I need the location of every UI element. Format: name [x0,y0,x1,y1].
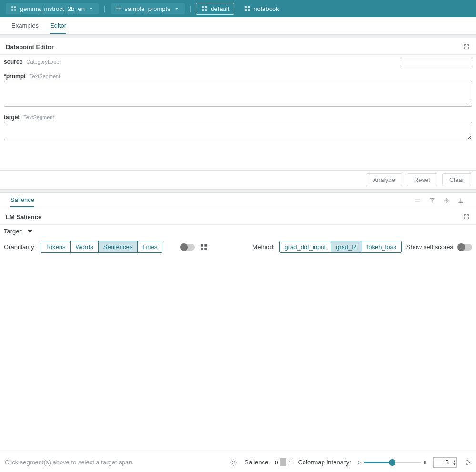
tab-examples[interactable]: Examples [11,18,39,33]
scale-max: 1 [288,460,291,465]
svg-rect-5 [248,6,250,8]
svg-rect-4 [245,6,247,8]
field-prompt: *prompt TextSegment [4,73,472,108]
refresh-icon[interactable] [464,459,471,466]
density-icon[interactable] [167,243,176,251]
method-label: Method: [252,243,274,251]
granularity-words[interactable]: Words [71,241,98,252]
salience-window-controls [414,197,465,204]
slider-min: 0 [358,460,361,465]
panel-title: Datapoint Editor [6,43,54,50]
svg-point-12 [231,460,236,465]
granularity-label: Granularity: [4,243,36,251]
clear-button[interactable]: Clear [442,173,471,186]
colormap-value-input-wrap: ▲▼ [433,457,457,468]
field-type-prompt: TextSegment [30,73,60,79]
svg-rect-6 [245,9,247,11]
granularity-group: Tokens Words Sentences Lines [41,241,162,253]
list-icon [115,5,122,12]
method-group: grad_dot_input grad_l2 token_loss [279,241,401,253]
salience-controls: Granularity: Tokens Words Sentences Line… [0,238,476,256]
target-textarea[interactable] [4,122,472,140]
chevron-down-icon [28,230,32,233]
separator: | [104,5,106,12]
divider [0,189,476,193]
svg-rect-9 [205,244,207,247]
svg-point-13 [232,461,233,462]
svg-point-15 [232,463,233,464]
footer-hint: Click segment(s) above to select a targe… [5,459,134,466]
field-label-target: target [4,114,20,121]
layout-notebook-button[interactable]: notebook [239,3,284,14]
grid-icon [201,5,208,12]
svg-rect-8 [201,244,203,247]
svg-rect-3 [205,9,207,11]
fullscreen-icon[interactable] [463,213,470,221]
tab-editor[interactable]: Editor [50,18,66,34]
salience-footer: Click segment(s) above to select a targe… [0,452,476,472]
field-source: source CategoryLabel [4,58,472,67]
colormap-label: Colormap intensity: [298,459,351,466]
field-type-target: TextSegment [23,114,54,120]
align-bottom-icon[interactable] [457,197,465,204]
layout-default-label: default [211,5,229,12]
salience-scale-label: Salience [244,459,268,466]
method-grad-l2[interactable]: grad_l2 [331,241,362,252]
salience-canvas [0,256,476,427]
layout-notebook-label: notebook [253,5,279,12]
align-middle-icon[interactable] [443,197,450,204]
granularity-lines[interactable]: Lines [138,241,162,252]
datapoint-editor-header: Datapoint Editor [0,38,476,55]
field-type-source: CategoryLabel [26,59,61,65]
self-scores-toggle[interactable] [458,244,472,251]
method-token-loss[interactable]: token_loss [362,241,401,252]
svg-rect-1 [205,6,207,8]
target-label: Target: [4,228,23,235]
layout-default-button[interactable]: default [196,3,234,15]
grid-view-icon[interactable] [200,243,208,251]
colormap-swatch [285,458,286,466]
svg-rect-11 [205,248,207,250]
model-selector[interactable]: gemma_instruct_2b_en [6,3,99,14]
field-target: target TextSegment [4,114,472,141]
slider-max: 6 [424,460,426,465]
drag-handle-icon[interactable] [414,197,422,204]
self-scores-label: Show self scores [406,243,453,251]
colormap-slider[interactable]: 0 6 [358,460,426,465]
salience-tabs: Salience [0,193,476,208]
separator: | [190,5,192,12]
prompt-textarea[interactable] [4,81,472,107]
grid-icon [244,5,251,12]
target-selector[interactable]: Target: [0,225,476,238]
divider [0,34,476,38]
palette-icon[interactable] [229,458,238,467]
top-bar: gemma_instruct_2b_en | sample_prompts | … [0,0,476,17]
main-tabs: Examples Editor [0,17,476,34]
colormap-swatches: 0 1 [275,459,291,466]
scale-min: 0 [275,460,278,465]
granularity-sentences[interactable]: Sentences [99,241,138,252]
dataset-name: sample_prompts [125,5,171,12]
density-toggle[interactable] [181,244,195,251]
stepper-icon[interactable]: ▲▼ [453,457,456,468]
chevron-down-icon [88,5,94,12]
editor-actions: Analyze Reset Clear [0,170,476,189]
chevron-down-icon [173,5,180,12]
analyze-button[interactable]: Analyze [366,173,402,186]
svg-point-14 [234,461,235,462]
method-grad-dot-input[interactable]: grad_dot_input [280,241,331,252]
granularity-tokens[interactable]: Tokens [41,241,71,252]
source-input[interactable] [401,58,472,67]
svg-rect-0 [202,6,204,8]
field-label-prompt: *prompt [4,73,26,80]
lm-salience-header: LM Salience [0,208,476,225]
fullscreen-icon[interactable] [463,43,470,50]
dataset-selector[interactable]: sample_prompts [111,3,185,14]
tab-salience[interactable]: Salience [10,193,34,207]
svg-rect-7 [248,9,250,11]
chip-icon [10,5,17,12]
editor-body: source CategoryLabel *prompt TextSegment… [0,55,476,141]
reset-button[interactable]: Reset [407,173,437,186]
align-top-icon[interactable] [428,197,436,204]
field-label-source: source [4,59,22,65]
